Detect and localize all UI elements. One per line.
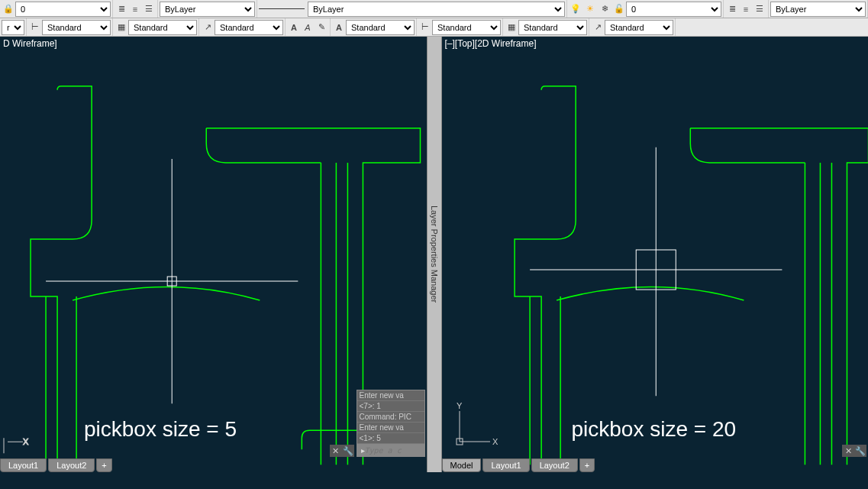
tab-add[interactable]: + [579, 458, 595, 472]
lock2-icon[interactable]: 🔓 [612, 2, 626, 16]
color-group-left: ByLayer [158, 0, 257, 18]
freeze-icon[interactable]: ❄ [598, 2, 611, 16]
textstyle-trunc-left: rd [0, 18, 27, 36]
mleader2-icon[interactable]: ↗ [591, 21, 605, 34]
layer-match-icon[interactable]: ≡ [128, 2, 142, 16]
tablestyle-dropdown-1[interactable]: Standard [128, 20, 197, 35]
dimstyle-dropdown-2[interactable]: Standard [432, 20, 501, 35]
cmd-wrench-icon[interactable]: 🔧 [342, 445, 354, 457]
viewport-left[interactable]: D Wireframe] [0, 37, 427, 472]
mleader-group-2: ↗ Standard [589, 18, 676, 36]
sun-icon[interactable]: ☀ [583, 2, 597, 16]
layer-prev-icon[interactable]: ≣ [115, 2, 128, 16]
palette-divider[interactable]: Layer Properties Manager [427, 37, 442, 472]
command-input[interactable] [365, 446, 427, 455]
dimstyle-icon[interactable]: ⊢ [28, 21, 42, 34]
dimstyle-dropdown-1[interactable]: Standard [42, 20, 111, 35]
palette-title: Layer Properties Manager [430, 206, 439, 303]
svg-text:X: X [23, 437, 29, 446]
color-dropdown-left[interactable]: ByLayer [160, 2, 255, 17]
tab-model[interactable]: Model [442, 458, 482, 472]
viewport-label-right[interactable]: [–][Top][2D Wireframe] [445, 38, 537, 49]
bulb-icon[interactable]: 💡 [569, 2, 582, 16]
cad-drawing-right [442, 37, 869, 472]
tablestyle-dropdown-2[interactable]: Standard [518, 20, 587, 35]
cmd-wrench-icon[interactable]: 🔧 [854, 445, 866, 457]
viewport-label-left[interactable]: D Wireframe] [3, 38, 57, 49]
cmd-close-icon[interactable]: ✕ [330, 445, 342, 457]
toolbar-row-1: 🔒 0 ≣ ≡ ☰ ByLayer ByLayer 💡 ☀ ❄ 🔓 0 ≣ ≡ [0, 0, 868, 18]
brush-icon[interactable]: ✎ [315, 21, 328, 34]
mleader-dropdown-2[interactable]: Standard [605, 20, 673, 35]
cmd-history-line: Command: PIC [357, 412, 424, 423]
cmd-history-line: Enter new va [357, 390, 424, 401]
text-tools-2a: A Standard [331, 18, 417, 36]
layer-dropdown-left[interactable]: 0 [15, 2, 111, 17]
layer-state-icons-right: 💡 ☀ ❄ 🔓 0 [567, 0, 724, 18]
cmd-history-line: <1>: 5 [357, 433, 424, 444]
dimstyle-group-2: ⊢ Standard [417, 18, 503, 36]
color-group-right: ByLayer [769, 0, 868, 18]
tablestyle2-icon[interactable]: ▦ [505, 21, 518, 34]
ucs-x-label: X [492, 437, 499, 446]
lock-icon[interactable]: 🔒 [2, 2, 15, 16]
dimstyle2-icon[interactable]: ⊢ [418, 21, 432, 34]
style-dropdown-trunc[interactable]: rd [2, 20, 24, 35]
cmd-collapse-bar-right: ✕ 🔧 [842, 445, 866, 457]
layer-states-icon[interactable]: ☰ [142, 2, 156, 16]
ucs-y-label: Y [457, 401, 463, 410]
tab-layout1[interactable]: Layout1 [482, 458, 529, 472]
layer-match2-icon[interactable]: ≡ [739, 2, 753, 16]
mleader-icon[interactable]: ↗ [201, 21, 215, 34]
text-italic-icon[interactable]: A [301, 21, 315, 34]
layer-dropdown-right[interactable]: 0 [626, 2, 721, 17]
linetype-dropdown-left[interactable]: ByLayer [308, 2, 565, 17]
layer-group-left: 🔒 0 [0, 0, 113, 18]
layer-prev2-icon[interactable]: ≣ [725, 2, 739, 16]
layer-states2-icon[interactable]: ☰ [753, 2, 766, 16]
dimstyle-group-1: ⊢ Standard [27, 18, 113, 36]
linetype-group-left: ByLayer [257, 0, 567, 18]
mleader-dropdown-1[interactable]: Standard [215, 20, 283, 35]
tabs-right: Model Layout1 Layout2 + [442, 455, 597, 472]
viewport-area: D Wireframe] [0, 37, 868, 472]
layer-tools-left: ≣ ≡ ☰ [113, 0, 158, 18]
ucs-icon[interactable]: X Y [448, 400, 502, 453]
tablestyle-icon[interactable]: ▦ [115, 21, 128, 34]
layer-tools-right: ≣ ≡ ☰ [724, 0, 769, 18]
cmd-close-icon[interactable]: ✕ [842, 445, 854, 457]
tab-layout2[interactable]: Layout2 [48, 458, 95, 472]
tab-add[interactable]: + [96, 458, 111, 472]
viewport-right[interactable]: [–][Top][2D Wireframe] [442, 37, 869, 472]
cmd-collapse-bar-left: ✕ 🔧 [330, 445, 354, 457]
tab-layout2[interactable]: Layout2 [531, 458, 578, 472]
text-tools-1: A A ✎ [286, 18, 331, 36]
cmd-history-line: <7>: 1 [357, 401, 424, 412]
mtext-icon[interactable]: A [287, 21, 301, 34]
textstyle-dropdown-2[interactable]: Standard [346, 20, 415, 35]
mtext2-icon[interactable]: A [332, 21, 346, 34]
tablestyle-group-2: ▦ Standard [503, 18, 589, 36]
tablestyle-group-1: ▦ Standard [113, 18, 199, 36]
tabs-left: Layout1 Layout2 + [0, 455, 114, 472]
tab-layout1[interactable]: Layout1 [0, 458, 47, 472]
mleader-group-1: ↗ Standard [199, 18, 286, 36]
color-dropdown-right[interactable]: ByLayer [770, 2, 866, 17]
linetype-preview-icon [259, 8, 305, 10]
command-window-left[interactable]: Enter new va <7>: 1 Command: PIC Enter n… [357, 390, 425, 457]
toolbar-row-2: rd ⊢ Standard ▦ Standard ↗ Standard A A … [0, 18, 868, 37]
cmd-history-line: Enter new va [357, 423, 424, 433]
